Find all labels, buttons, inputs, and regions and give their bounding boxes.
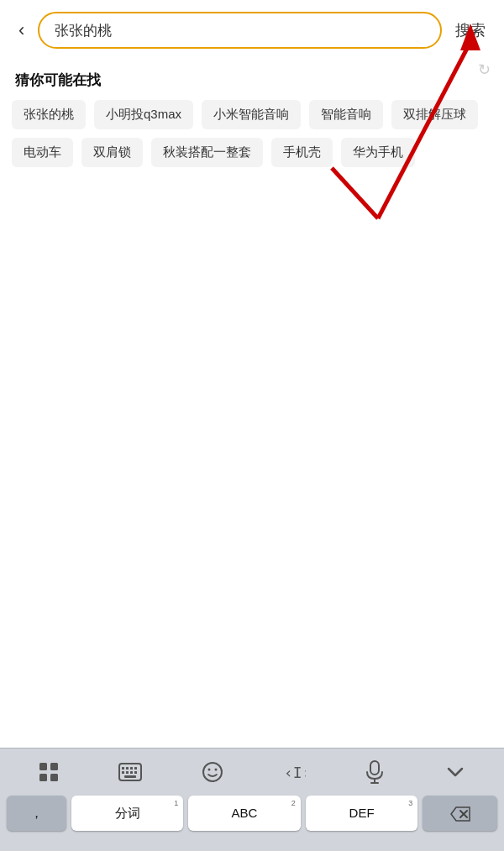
svg-line-3 xyxy=(332,168,378,218)
key-def[interactable]: 3 DEF xyxy=(306,796,418,831)
suggestion-tag[interactable]: 小米智能音响 xyxy=(202,100,301,129)
svg-rect-6 xyxy=(39,774,47,781)
svg-point-20 xyxy=(214,769,217,771)
svg-text:‹I›: ‹I› xyxy=(284,764,306,781)
suggestion-tag[interactable]: 华为手机 xyxy=(341,138,415,167)
svg-rect-15 xyxy=(130,771,133,774)
svg-rect-11 xyxy=(130,767,133,770)
key-abc[interactable]: 2 ABC xyxy=(188,796,301,831)
cursor-icon[interactable]: ‹I› xyxy=(274,758,314,786)
mic-icon[interactable] xyxy=(356,757,393,787)
svg-rect-17 xyxy=(124,775,136,778)
svg-point-19 xyxy=(207,769,210,771)
keyboard-bottom-row: ， 1 分词 2 ABC 3 DEF xyxy=(0,792,504,834)
search-input[interactable] xyxy=(55,22,425,39)
svg-rect-7 xyxy=(50,774,58,781)
suggestion-tag[interactable]: 手机壳 xyxy=(271,138,333,167)
suggestion-tag[interactable]: 智能音响 xyxy=(309,100,383,129)
search-button[interactable]: 搜索 xyxy=(450,17,491,44)
key-comma[interactable]: ， xyxy=(7,796,66,831)
svg-rect-4 xyxy=(39,763,47,770)
svg-rect-9 xyxy=(122,767,124,770)
delete-key[interactable] xyxy=(423,796,497,831)
emoji-icon[interactable] xyxy=(193,758,232,786)
grid-icon[interactable] xyxy=(29,758,68,786)
section-title: 猜你可能在找 xyxy=(0,57,504,100)
suggestion-tag[interactable]: 张张的桃 xyxy=(12,100,86,129)
back-button[interactable]: ‹ xyxy=(13,16,29,45)
svg-rect-5 xyxy=(50,763,58,770)
header: ‹ 搜索 xyxy=(0,0,504,57)
keyboard-icon[interactable] xyxy=(110,759,150,785)
suggestion-tag[interactable]: 电动车 xyxy=(12,138,73,167)
chevron-down-icon[interactable] xyxy=(436,760,475,784)
keyboard: ‹I› ， 1 分词 2 ABC xyxy=(0,748,504,851)
refresh-icon[interactable]: ↻ xyxy=(478,60,491,79)
suggestion-tag[interactable]: 双排解压球 xyxy=(391,100,478,129)
svg-rect-14 xyxy=(126,771,129,774)
suggestion-tag[interactable]: 秋装搭配一整套 xyxy=(151,138,263,167)
svg-rect-12 xyxy=(134,767,137,770)
svg-rect-22 xyxy=(370,761,379,775)
tags-container: 张张的桃小明投q3max小米智能音响智能音响双排解压球电动车双肩锁秋装搭配一整套… xyxy=(0,100,504,167)
search-input-wrapper xyxy=(38,12,442,49)
keyboard-toolbar: ‹I› xyxy=(0,749,504,792)
suggestion-tag[interactable]: 小明投q3max xyxy=(94,100,193,129)
key-fen-ci[interactable]: 1 分词 xyxy=(71,796,184,831)
svg-rect-13 xyxy=(122,771,124,774)
svg-rect-10 xyxy=(126,767,129,770)
svg-point-18 xyxy=(203,763,222,781)
svg-rect-16 xyxy=(134,771,137,774)
suggestion-tag[interactable]: 双肩锁 xyxy=(81,138,143,167)
